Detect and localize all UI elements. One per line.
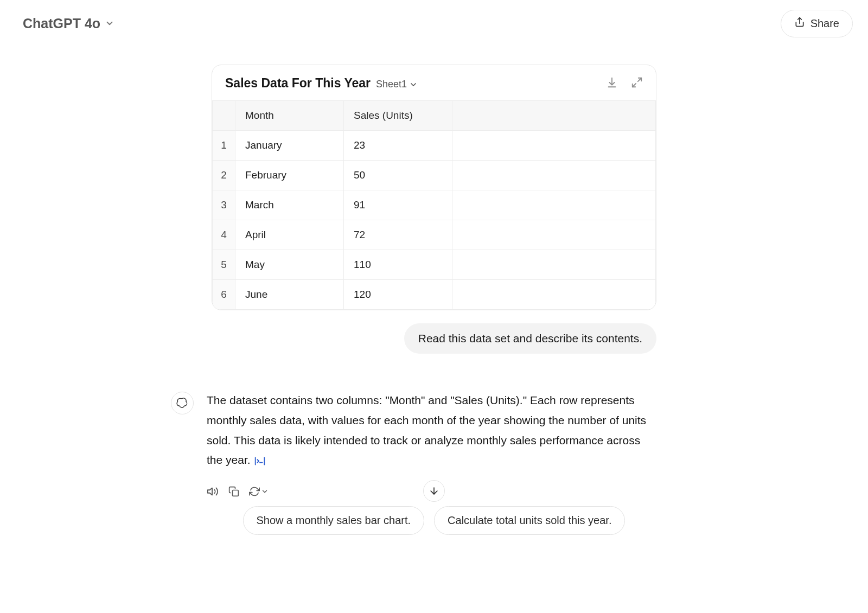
- sheet-tab-label: Sheet1: [376, 79, 407, 90]
- openai-logo-icon: [176, 397, 189, 410]
- svg-rect-6: [233, 490, 239, 496]
- table-row[interactable]: 3 March 91: [213, 190, 656, 220]
- cell-blank: [452, 280, 656, 310]
- table-row[interactable]: 5 May 110: [213, 250, 656, 280]
- cell-sales: 91: [344, 190, 452, 220]
- assistant-avatar: [171, 392, 194, 414]
- table-corner: [213, 101, 235, 131]
- regenerate-button[interactable]: [249, 486, 269, 497]
- row-number: 1: [213, 131, 235, 161]
- cell-sales: 72: [344, 220, 452, 250]
- cell-blank: [452, 131, 656, 161]
- chevron-down-icon: [409, 80, 418, 89]
- model-selector[interactable]: ChatGPT 4o: [23, 16, 114, 31]
- code-icon: [253, 456, 266, 467]
- row-number: 6: [213, 280, 235, 310]
- col-header-blank: [452, 101, 656, 131]
- share-label: Share: [810, 17, 839, 30]
- cell-sales: 23: [344, 131, 452, 161]
- assistant-message: The dataset contains two columns: "Month…: [207, 391, 656, 470]
- row-number: 2: [213, 161, 235, 190]
- cell-month: April: [235, 220, 344, 250]
- assistant-message-text: The dataset contains two columns: "Month…: [207, 394, 646, 466]
- col-header-month[interactable]: Month: [235, 101, 344, 131]
- cell-blank: [452, 161, 656, 190]
- cell-month: March: [235, 190, 344, 220]
- cell-sales: 50: [344, 161, 452, 190]
- suggestion-pill[interactable]: Calculate total units sold this year.: [434, 506, 625, 535]
- sheet-tab-selector[interactable]: Sheet1: [376, 79, 418, 90]
- row-number: 5: [213, 250, 235, 280]
- suggestion-pill[interactable]: Show a monthly sales bar chart.: [243, 506, 425, 535]
- cell-blank: [452, 190, 656, 220]
- svg-line-2: [638, 78, 641, 81]
- model-name: ChatGPT 4o: [23, 16, 100, 31]
- scroll-down-button[interactable]: [423, 480, 445, 502]
- table-row[interactable]: 6 June 120: [213, 280, 656, 310]
- copy-icon: [228, 486, 239, 497]
- expand-button[interactable]: [631, 76, 643, 91]
- download-button[interactable]: [606, 76, 618, 91]
- cell-month: May: [235, 250, 344, 280]
- row-number: 3: [213, 190, 235, 220]
- cell-sales: 110: [344, 250, 452, 280]
- cell-month: January: [235, 131, 344, 161]
- row-number: 4: [213, 220, 235, 250]
- cell-blank: [452, 220, 656, 250]
- arrow-down-icon: [429, 486, 439, 496]
- svg-line-3: [633, 83, 636, 86]
- speaker-icon: [207, 486, 219, 497]
- share-icon: [794, 17, 805, 30]
- expand-icon: [631, 76, 643, 88]
- chevron-down-icon: [261, 488, 269, 495]
- cell-month: February: [235, 161, 344, 190]
- table-row[interactable]: 4 April 72: [213, 220, 656, 250]
- chevron-down-icon: [105, 16, 114, 31]
- table-row[interactable]: 2 February 50: [213, 161, 656, 190]
- refresh-icon: [249, 486, 260, 497]
- svg-marker-5: [208, 488, 212, 495]
- code-reference-link[interactable]: [253, 456, 266, 467]
- cell-sales: 120: [344, 280, 452, 310]
- read-aloud-button[interactable]: [207, 486, 219, 497]
- download-icon: [606, 76, 618, 88]
- user-message: Read this data set and describe its cont…: [404, 323, 656, 354]
- data-table: Month Sales (Units) 1 January 23 2 Febru…: [212, 100, 656, 310]
- spreadsheet-card: Sales Data For This Year Sheet1: [212, 65, 656, 310]
- sheet-title: Sales Data For This Year: [225, 76, 371, 91]
- cell-month: June: [235, 280, 344, 310]
- table-row[interactable]: 1 January 23: [213, 131, 656, 161]
- col-header-sales[interactable]: Sales (Units): [344, 101, 452, 131]
- cell-blank: [452, 250, 656, 280]
- copy-button[interactable]: [228, 486, 239, 497]
- share-button[interactable]: Share: [781, 10, 853, 37]
